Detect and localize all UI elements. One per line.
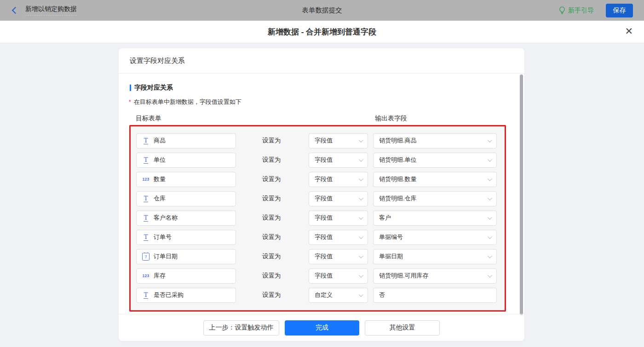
chevron-down-icon (488, 215, 492, 220)
value-mode-label: 字段值 (315, 252, 333, 261)
target-field-label: 客户名称 (154, 214, 178, 222)
back-chevron-icon[interactable] (12, 7, 19, 14)
output-field-select[interactable]: 销货明细.单位 (373, 153, 497, 168)
output-field-select[interactable]: 客户 (373, 210, 497, 226)
target-field-label: 订单日期 (154, 252, 178, 261)
value-mode-select[interactable]: 字段值 (309, 210, 368, 226)
target-field-select[interactable]: 库存 (136, 268, 236, 284)
column-header-output-field: 输出表字段 (375, 114, 407, 123)
beginner-guide-link[interactable]: 新手引导 (559, 6, 594, 15)
save-button[interactable]: 保存 (606, 4, 633, 17)
done-button[interactable]: 完成 (285, 320, 359, 336)
text-field-icon (141, 195, 150, 202)
set-as-label: 设置为 (262, 233, 282, 241)
target-field-select[interactable]: 数量 (136, 172, 236, 187)
output-field-select[interactable]: 销货明细.商品 (373, 133, 497, 148)
vertical-scrollbar[interactable] (520, 74, 523, 315)
mapping-row: 是否已采购 设置为 自定义 否 (131, 285, 505, 305)
mapping-row: 订单日期 设置为 字段值 单据日期 (131, 247, 505, 266)
mapping-note: *在目标表单中新增数据，字段值设置如下 (129, 98, 524, 106)
target-field-select[interactable]: 单位 (136, 153, 236, 168)
value-mode-select[interactable]: 字段值 (309, 153, 368, 168)
output-field-label: 单据编号 (379, 233, 403, 241)
output-field-select[interactable]: 单据日期 (373, 249, 497, 264)
chevron-down-icon (359, 157, 363, 162)
value-mode-select[interactable]: 自定义 (309, 288, 368, 303)
value-mode-label: 字段值 (315, 233, 333, 241)
column-header-target-form: 目标表单 (136, 114, 161, 123)
close-icon[interactable]: ✕ (625, 26, 633, 36)
value-mode-select[interactable]: 字段值 (309, 249, 368, 264)
output-field-label: 单据日期 (379, 252, 403, 261)
value-mode-label: 字段值 (315, 194, 333, 203)
output-field-label: 销货明细.数量 (379, 175, 417, 183)
text-field-icon (141, 157, 150, 164)
value-mode-select[interactable]: 字段值 (309, 133, 368, 148)
value-mode-select[interactable]: 字段值 (309, 268, 368, 284)
value-mode-select[interactable]: 字段值 (309, 172, 368, 187)
mapping-row: 商品 设置为 字段值 销货明细.商品 (131, 131, 505, 150)
set-as-label: 设置为 (262, 137, 282, 145)
chevron-down-icon (359, 215, 363, 220)
value-mode-label: 字段值 (315, 156, 333, 164)
previous-step-button[interactable]: 上一步：设置触发动作 (203, 320, 279, 336)
lightbulb-icon (559, 6, 565, 14)
chevron-down-icon (359, 234, 363, 239)
set-as-label: 设置为 (262, 252, 282, 261)
output-field-select[interactable]: 单据编号 (373, 230, 497, 245)
text-field-icon (141, 215, 150, 222)
dialog-header: 新增数据 - 合并新增到普通字段 ✕ (0, 21, 644, 43)
chevron-down-icon (488, 138, 492, 142)
target-field-label: 是否已采购 (154, 291, 184, 299)
mapping-rows: 商品 设置为 字段值 销货明细.商品 单位 设置为 字段值 销货明细.单位 数量 (129, 125, 506, 312)
section-accent-bar (130, 85, 131, 91)
number-field-icon (141, 177, 150, 182)
chevron-down-icon (359, 292, 363, 297)
required-mark: * (129, 99, 131, 105)
value-mode-label: 自定义 (315, 291, 333, 299)
target-field-label: 单位 (154, 156, 166, 164)
chevron-down-icon (488, 176, 492, 181)
mapping-row: 仓库 设置为 字段值 销货明细.仓库 (131, 189, 505, 208)
chevron-down-icon (488, 157, 492, 162)
set-as-label: 设置为 (262, 156, 282, 164)
target-field-label: 库存 (154, 272, 166, 280)
target-field-label: 商品 (154, 137, 166, 145)
text-field-icon (141, 234, 150, 241)
column-headers: 目标表单 输出表字段 (119, 114, 524, 124)
output-field-select[interactable]: 销货明细.数量 (373, 172, 497, 187)
set-as-label: 设置为 (262, 272, 282, 280)
other-settings-button[interactable]: 其他设置 (365, 320, 440, 336)
chevron-down-icon (488, 273, 492, 278)
text-field-icon (141, 292, 150, 299)
target-field-select[interactable]: 客户名称 (136, 210, 236, 226)
value-mode-select[interactable]: 字段值 (309, 230, 368, 245)
mapping-row: 库存 设置为 字段值 销货明细.可用库存 (131, 266, 505, 285)
custom-value-input[interactable]: 否 (373, 288, 497, 303)
set-as-label: 设置为 (262, 214, 282, 222)
output-field-label: 客户 (379, 214, 391, 222)
card-header-title: 设置字段对应关系 (119, 48, 524, 74)
value-mode-select[interactable]: 字段值 (309, 191, 368, 206)
value-mode-label: 字段值 (315, 272, 333, 280)
back-nav[interactable]: 新增以销定购数据 (13, 5, 77, 16)
output-field-label: 销货明细.单位 (379, 156, 417, 164)
card-footer: 上一步：设置触发动作 完成 其他设置 (119, 314, 524, 341)
target-field-select[interactable]: 是否已采购 (136, 288, 236, 303)
target-field-select[interactable]: 商品 (136, 133, 236, 148)
topbar: 新增以销定购数据 表单数据提交 新手引导 保存 (0, 0, 644, 21)
output-field-label: 否 (379, 291, 385, 299)
target-field-select[interactable]: 订单日期 (136, 249, 236, 264)
chevron-down-icon (359, 138, 363, 142)
date-field-icon (141, 253, 150, 261)
output-field-select[interactable]: 销货明细.可用库存 (373, 268, 497, 284)
target-field-select[interactable]: 订单号 (136, 230, 236, 245)
target-field-label: 仓库 (154, 194, 166, 203)
workflow-title[interactable]: 新增以销定购数据 (25, 5, 77, 16)
target-field-select[interactable]: 仓库 (136, 191, 236, 206)
number-field-icon (141, 273, 150, 278)
output-field-select[interactable]: 销货明细.仓库 (373, 191, 497, 206)
mapping-row: 数量 设置为 字段值 销货明细.数量 (131, 170, 505, 189)
output-field-label: 销货明细.商品 (379, 137, 417, 145)
mapping-row: 订单号 设置为 字段值 单据编号 (131, 228, 505, 247)
